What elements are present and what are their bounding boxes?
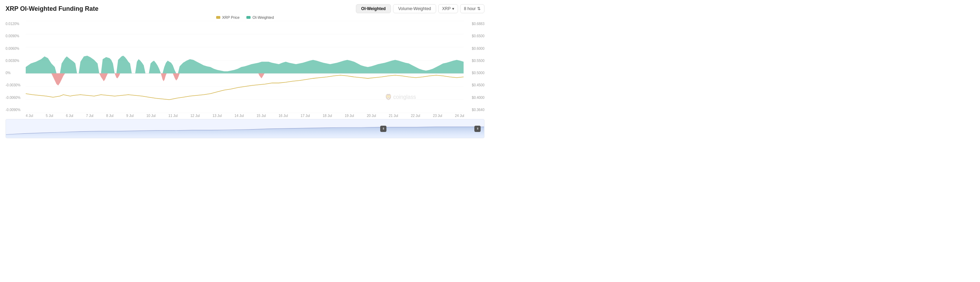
- x-label-16: 20 Jul: [367, 114, 376, 118]
- legend-price: XRP Price: [216, 15, 240, 19]
- legend-oi-dot: [247, 16, 251, 19]
- x-label-0: 4 Jul: [26, 114, 33, 118]
- legend-price-dot: [216, 16, 220, 19]
- legend-oi-label: OI-Weighted: [252, 15, 274, 19]
- y-right-6: $0.4000: [464, 96, 484, 99]
- legend-price-label: XRP Price: [222, 15, 240, 19]
- page-container: XRP OI-Weighted Funding Rate OI-Weighted…: [0, 0, 490, 141]
- x-label-14: 18 Jul: [323, 114, 332, 118]
- y-axis-left: 0.0120% 0.0090% 0.0060% 0.0030% 0% -0.00…: [6, 21, 26, 113]
- x-label-2: 6 Jul: [66, 114, 73, 118]
- x-label-15: 19 Jul: [345, 114, 354, 118]
- mini-chart-svg: [6, 119, 484, 138]
- x-label-9: 13 Jul: [212, 114, 222, 118]
- legend-oi: OI-Weighted: [247, 15, 274, 19]
- pause-icon-left: ⏸: [382, 127, 385, 130]
- x-label-4: 8 Jul: [106, 114, 113, 118]
- interval-select[interactable]: 8 hour ⇅: [460, 4, 484, 13]
- x-label-17: 21 Jul: [389, 114, 398, 118]
- x-axis: 4 Jul 5 Jul 6 Jul 7 Jul 8 Jul 9 Jul 10 J…: [6, 113, 484, 118]
- chevron-down-icon: ▾: [452, 6, 454, 11]
- x-label-3: 7 Jul: [86, 114, 94, 118]
- y-right-3: $0.5500: [464, 59, 484, 62]
- chart-inner: 🦁 coinglass: [26, 21, 464, 113]
- y-right-4: $0.5000: [464, 71, 484, 75]
- chart-legend: XRP Price OI-Weighted: [6, 15, 484, 19]
- pause-icon-right: ⏸: [476, 127, 479, 130]
- x-label-18: 22 Jul: [411, 114, 420, 118]
- main-chart-svg: 🦁 coinglass: [26, 21, 464, 113]
- y-left-6: -0.0060%: [6, 96, 26, 99]
- chevron-updown-icon: ⇅: [477, 6, 480, 11]
- y-left-3: 0.0030%: [6, 59, 26, 62]
- y-left-7: -0.0090%: [6, 108, 26, 112]
- y-left-5: -0.0030%: [6, 83, 26, 87]
- x-label-1: 5 Jul: [46, 114, 53, 118]
- y-left-0: 0.0120%: [6, 22, 26, 26]
- y-right-1: $0.6500: [464, 34, 484, 38]
- controls: OI-Weighted Volume-Weighted XRP ▾ 8 hour…: [356, 4, 484, 13]
- volume-weighted-tab[interactable]: Volume-Weighted: [393, 4, 436, 13]
- main-chart: 0.0120% 0.0090% 0.0060% 0.0030% 0% -0.00…: [6, 21, 484, 113]
- y-left-4: 0%: [6, 71, 26, 75]
- chart-area: 0.0120% 0.0090% 0.0060% 0.0030% 0% -0.00…: [6, 21, 484, 138]
- x-label-11: 15 Jul: [256, 114, 266, 118]
- y-axis-right: $0.6883 $0.6500 $0.6000 $0.5500 $0.5000 …: [464, 21, 484, 113]
- y-right-5: $0.4500: [464, 83, 484, 87]
- oi-weighted-tab[interactable]: OI-Weighted: [356, 4, 391, 13]
- page-title: XRP OI-Weighted Funding Rate: [6, 5, 99, 13]
- y-right-2: $0.6000: [464, 47, 484, 50]
- x-label-13: 17 Jul: [301, 114, 310, 118]
- x-label-5: 9 Jul: [126, 114, 134, 118]
- svg-text:🦁 coinglass: 🦁 coinglass: [385, 94, 416, 100]
- x-label-19: 23 Jul: [433, 114, 442, 118]
- header: XRP OI-Weighted Funding Rate OI-Weighted…: [6, 4, 484, 13]
- asset-select[interactable]: XRP ▾: [438, 4, 458, 13]
- y-right-7: $0.3640: [464, 108, 484, 112]
- x-label-20: 24 Jul: [455, 114, 464, 118]
- mini-chart-left-handle[interactable]: ⏸: [380, 126, 387, 132]
- x-label-6: 10 Jul: [146, 114, 156, 118]
- x-label-12: 16 Jul: [279, 114, 288, 118]
- mini-chart-right-handle[interactable]: ⏸: [474, 126, 480, 132]
- mini-chart[interactable]: ⏸ ⏸: [6, 119, 484, 138]
- y-right-0: $0.6883: [464, 22, 484, 26]
- x-label-10: 14 Jul: [235, 114, 244, 118]
- x-label-7: 11 Jul: [169, 114, 178, 118]
- y-left-1: 0.0090%: [6, 34, 26, 38]
- x-label-8: 12 Jul: [191, 114, 200, 118]
- y-left-2: 0.0060%: [6, 47, 26, 50]
